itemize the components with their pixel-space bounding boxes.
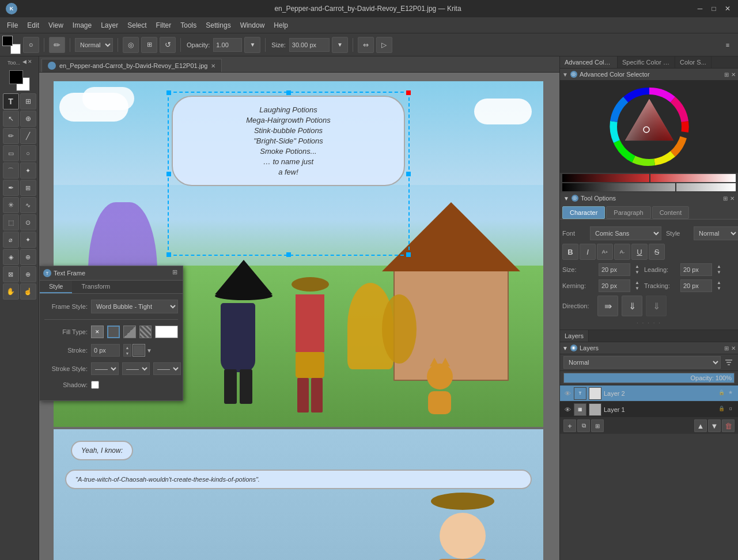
menu-tools[interactable]: Tools [176,19,201,32]
window-controls[interactable]: ─ □ ✕ [695,4,732,13]
menu-select[interactable]: Select [123,19,151,32]
pattern-tool-button[interactable]: ⊞ [20,180,36,196]
similar-select-button[interactable]: ◈ [3,249,19,265]
layers-blend-mode-select[interactable]: Normal Multiply Screen Overlay [563,356,721,369]
stroke-style-select-2[interactable]: —— [122,362,150,375]
stroke-style-select-3[interactable]: —— [153,362,181,375]
fill-pattern-button[interactable] [139,326,152,338]
contiguous-select-button[interactable]: ✦ [20,232,36,248]
color-wheel-container[interactable] [560,81,738,173]
character-tab[interactable]: Character [562,206,605,219]
content-tab[interactable]: Content [652,206,690,219]
layers-detach[interactable]: ⊞ [724,345,729,351]
stroke-style-select-1[interactable]: —— - - - ··· [91,362,119,375]
maximize-button[interactable]: □ [709,4,718,13]
menu-settings[interactable]: Settings [201,19,235,32]
line-tool-button[interactable]: ╱ [20,128,36,144]
blend-mode-select[interactable]: Normal [75,38,113,52]
tool-options-detach[interactable]: ⊞ [723,195,728,202]
hue-slider-handle[interactable] [649,173,650,183]
menu-image[interactable]: Image [68,19,96,32]
fill-solid-button[interactable] [107,326,120,338]
eraser-mode-button[interactable]: ◎ [123,37,139,53]
fill-none-button[interactable]: ✕ [91,326,104,338]
size-value-input[interactable] [599,263,630,276]
freehand-brush-button[interactable]: ✏ [49,37,65,53]
layer-1-visibility[interactable]: 👁 [563,406,572,414]
canvas-scroll[interactable]: Laughing Potions Mega-Hairgrowth Potions… [39,73,559,560]
color-panel-detach[interactable]: ⊞ [724,71,729,78]
text-tool-button[interactable]: T [3,93,19,109]
close-button[interactable]: ✕ [723,4,732,13]
size-input[interactable] [289,38,330,52]
layer-1-lock[interactable]: 🔒 [717,406,725,414]
tracking-value-input[interactable] [680,279,712,292]
menu-view[interactable]: View [44,19,68,32]
superscript-button[interactable]: A+ [597,244,613,260]
color-panel-collapse[interactable]: ▼ [562,71,568,78]
underline-button[interactable]: U [631,244,648,260]
shape-tool-button[interactable]: ⊞ [20,93,36,109]
size-spinners[interactable]: ▲ ▼ [635,264,639,275]
zoom-tool-button[interactable]: ⊕ [20,266,36,282]
mirror-button[interactable]: ⇔ [358,37,374,53]
bold-button[interactable]: B [562,244,578,260]
delete-layer-button[interactable]: 🗑 [722,419,735,432]
leading-spinners[interactable]: ▲ ▼ [717,264,721,275]
menu-help[interactable]: Help [269,19,293,32]
leading-value-input[interactable] [680,263,712,276]
dialog-maximize-button[interactable]: ⊞ [170,268,179,278]
rectangle-tool-button[interactable]: ▭ [3,145,19,161]
fill-color-preview[interactable] [155,326,178,338]
doc-tab-close-button[interactable]: ✕ [211,63,215,69]
layer-2-visibility[interactable]: 👁 [563,389,572,398]
move-layer-up-button[interactable]: ▲ [694,419,707,432]
wrap-button[interactable]: ▷ [376,37,392,53]
selection-handle-bl[interactable] [166,252,171,257]
stroke-up-button[interactable]: ▲ ▼ [123,344,131,357]
opacity-bar[interactable]: Opacity: 100% [563,373,735,383]
ellipse-select-button[interactable]: ⊙ [20,214,36,230]
reset-button[interactable]: ↺ [160,37,176,53]
specific-color-tab[interactable]: Specific Color Sel... [618,56,675,68]
font-select[interactable]: Comic Sans Arial Times New Roman Courier… [590,226,661,240]
magnetic-select-button[interactable]: ⊕ [20,249,36,265]
layer-item-1[interactable]: 👁 ▦ Layer 1 🔒 α [560,402,738,418]
tool-options-close[interactable]: ✕ [730,195,735,202]
settings-button[interactable]: ≡ [720,37,736,53]
color-panel-close[interactable]: ✕ [731,71,736,78]
canvas-area[interactable]: en_Pepper-and-Carrot_by-David-Revoy_E12P… [39,56,559,560]
hue-slider[interactable] [562,174,736,182]
minimize-button[interactable]: ─ [695,4,705,13]
fg-bg-toolbox-colors[interactable] [9,70,30,91]
tool-options-header[interactable]: ▼ ◎ Tool Options ⊞ ✕ [560,192,738,204]
opacity-expand-button[interactable]: ▼ [244,37,260,53]
alpha-lock-button[interactable]: ⊞ [141,37,157,53]
selection-handle-bm[interactable] [286,252,291,257]
ellipse-tool-button[interactable]: ○ [20,145,36,161]
dialog-tab-style[interactable]: Style [40,281,72,293]
strikethrough-button[interactable]: S [649,244,665,260]
stroke-color-swatch[interactable] [133,344,145,357]
advanced-color-tab[interactable]: Advanced Color Sel... [560,56,618,68]
style-select[interactable]: Normal Bold Italic Bold Italic [694,226,738,240]
foreground-color[interactable] [9,70,23,84]
menu-edit[interactable]: Edit [22,19,44,32]
tracking-spinners[interactable]: ▲ ▼ [717,280,721,291]
layer-item-2[interactable]: 👁 T Layer 2 🔒 ★ [560,385,738,402]
layers-close[interactable]: ✕ [731,345,736,351]
layer-2-lock[interactable]: 🔒 [717,389,725,398]
fg-bg-color-swatch[interactable] [2,36,21,54]
polyline-tool-button[interactable]: ⌒ [3,162,19,179]
layers-tab[interactable]: Layers [560,330,589,342]
path-tool-button[interactable]: ✦ [20,162,36,179]
kerning-spinners[interactable]: ▲ ▼ [635,280,639,291]
layer-2-filter[interactable]: ★ [726,389,735,398]
stroke-value-input[interactable] [91,344,120,357]
pan-tool-button[interactable]: ✋ [3,283,19,300]
shadow-checkbox[interactable] [91,381,99,389]
direction-ttb-button[interactable]: ⇓ [622,296,642,316]
dialog-tab-transform[interactable]: Transform [72,281,119,293]
calligraphy-tool-button[interactable]: ✒ [3,180,19,196]
move-layer-down-button[interactable]: ▼ [708,419,721,432]
